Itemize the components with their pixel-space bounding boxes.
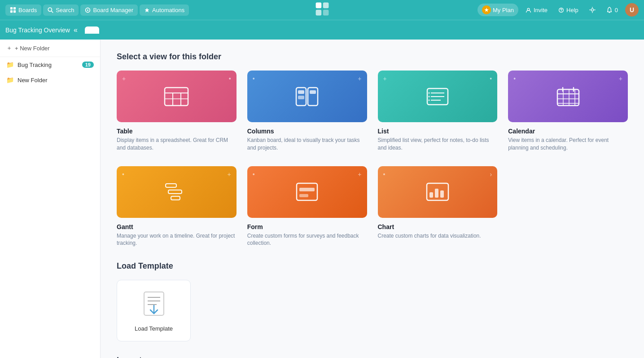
main-layout: ＋ + New Folder 📁 Bug Tracking 19 📁 New F… bbox=[0, 40, 644, 358]
svg-rect-9 bbox=[323, 3, 329, 9]
avatar[interactable]: U bbox=[625, 3, 639, 17]
help-icon bbox=[558, 7, 564, 13]
card-preview-form: • + bbox=[247, 166, 367, 218]
automations-icon bbox=[144, 7, 150, 13]
card-preview-chart: • › bbox=[378, 166, 498, 218]
svg-rect-49 bbox=[297, 183, 317, 200]
view-card-list[interactable]: + • List Simplified list view, perfect f… bbox=[378, 71, 498, 152]
template-card-label: Load Template bbox=[135, 325, 173, 332]
view-name-form: Form bbox=[247, 223, 367, 230]
svg-point-12 bbox=[527, 8, 530, 10]
view-name-list: List bbox=[378, 128, 498, 135]
card-preview-list: + • bbox=[378, 71, 498, 122]
calendar-icon bbox=[556, 87, 580, 106]
folder-icon: 📁 bbox=[6, 61, 14, 68]
svg-rect-53 bbox=[429, 192, 433, 198]
view-desc-chart: Create custom charts for data visualizat… bbox=[378, 232, 498, 240]
active-tab[interactable] bbox=[85, 27, 99, 34]
svg-rect-50 bbox=[299, 188, 315, 191]
app-logo bbox=[314, 1, 330, 19]
svg-rect-28 bbox=[298, 96, 304, 99]
svg-point-34 bbox=[428, 92, 429, 93]
collapse-sidebar-button[interactable]: « bbox=[70, 24, 81, 36]
views-grid-row2: • + Gantt Manage your work on a timeline… bbox=[117, 166, 628, 248]
help-button[interactable]: Help bbox=[555, 4, 582, 16]
view-desc-calendar: View items in a calendar. Perfect for ev… bbox=[508, 137, 628, 152]
svg-point-35 bbox=[428, 96, 429, 97]
svg-rect-0 bbox=[10, 7, 13, 9]
boards-icon bbox=[10, 7, 16, 13]
view-name-table: Table bbox=[117, 128, 237, 135]
card-preview-calendar: • + bbox=[508, 71, 628, 122]
search-button[interactable]: Search bbox=[43, 4, 79, 16]
load-template-card[interactable]: Load Template bbox=[117, 280, 191, 341]
view-card-calendar[interactable]: • + Calendar View items in bbox=[508, 71, 628, 152]
view-desc-list: Simplified list view, perfect for notes,… bbox=[378, 137, 498, 152]
view-card-table[interactable]: + • Table Display items in a spreadsheet… bbox=[117, 71, 237, 152]
theme-icon bbox=[589, 7, 596, 13]
nav-right: ★ My Plan Invite Help bbox=[478, 3, 639, 17]
boards-button[interactable]: Boards bbox=[5, 4, 41, 16]
new-folder-icon: ＋ bbox=[6, 44, 12, 52]
svg-rect-1 bbox=[13, 7, 16, 9]
load-template-icon bbox=[140, 289, 168, 320]
theme-button[interactable] bbox=[586, 4, 599, 15]
sidebar-item-new-folder[interactable]: 📁 New Folder bbox=[0, 72, 100, 88]
svg-point-36 bbox=[428, 99, 429, 101]
plan-icon: ★ bbox=[482, 5, 491, 14]
svg-rect-54 bbox=[435, 189, 438, 198]
card-preview-gantt: • + bbox=[117, 166, 237, 218]
board-manager-button[interactable]: Board Manager bbox=[80, 4, 138, 16]
notifications-button[interactable]: 0 bbox=[603, 4, 622, 16]
view-card-gantt[interactable]: • + Gantt Manage your work on a timeline… bbox=[117, 166, 237, 248]
folder-icon-2: 📁 bbox=[6, 76, 14, 84]
view-name-columns: Columns bbox=[247, 128, 367, 135]
chart-icon bbox=[426, 182, 449, 201]
sidebar-item-label-2: New Folder bbox=[18, 77, 94, 84]
sub-header: Bug Tracking Overview « bbox=[0, 20, 644, 40]
invite-button[interactable]: Invite bbox=[522, 4, 551, 16]
new-folder-button[interactable]: ＋ + New Folder bbox=[0, 40, 100, 57]
card-preview-columns: • + bbox=[247, 71, 367, 122]
view-desc-gantt: Manage your work on a timeline. Great fo… bbox=[117, 232, 237, 248]
svg-line-5 bbox=[52, 11, 53, 12]
view-name-gantt: Gantt bbox=[117, 223, 237, 230]
table-icon bbox=[164, 87, 189, 106]
svg-point-7 bbox=[87, 9, 88, 10]
view-desc-form: Create custom forms for surveys and feed… bbox=[247, 232, 367, 248]
automations-button[interactable]: Automations bbox=[140, 4, 189, 16]
sidebar-item-label: Bug Tracking bbox=[18, 62, 79, 68]
view-name-calendar: Calendar bbox=[508, 128, 628, 135]
svg-rect-20 bbox=[165, 88, 188, 106]
svg-rect-55 bbox=[440, 190, 444, 198]
nav-left: Boards Search Board Manager Automations bbox=[5, 4, 189, 16]
svg-point-14 bbox=[561, 11, 561, 11]
svg-rect-8 bbox=[315, 3, 321, 9]
notification-icon bbox=[606, 7, 613, 13]
view-desc-table: Display items in a spreadsheet. Great fo… bbox=[117, 137, 237, 152]
svg-rect-48 bbox=[171, 196, 180, 200]
main-content: Select a view for this folder + • Table bbox=[101, 40, 644, 358]
svg-point-15 bbox=[591, 9, 593, 11]
svg-rect-29 bbox=[310, 90, 316, 94]
svg-rect-2 bbox=[10, 10, 13, 13]
load-template-title: Load Template bbox=[117, 261, 628, 271]
import-title: Import bbox=[117, 356, 628, 358]
svg-rect-46 bbox=[166, 184, 176, 187]
gantt-icon bbox=[165, 183, 188, 201]
sidebar: ＋ + New Folder 📁 Bug Tracking 19 📁 New F… bbox=[0, 40, 101, 358]
my-plan-button[interactable]: ★ My Plan bbox=[478, 4, 518, 16]
sidebar-badge: 19 bbox=[82, 62, 94, 68]
view-card-form[interactable]: • + Form Create custom forms for surveys… bbox=[247, 166, 367, 248]
select-view-title: Select a view for this folder bbox=[117, 52, 628, 62]
template-grid: Load Template bbox=[117, 280, 628, 341]
svg-rect-10 bbox=[315, 10, 321, 16]
svg-rect-51 bbox=[299, 194, 308, 197]
sidebar-item-bug-tracking[interactable]: 📁 Bug Tracking 19 bbox=[0, 57, 100, 72]
view-card-chart[interactable]: • › Chart Create custom charts for data … bbox=[378, 166, 498, 248]
form-icon bbox=[296, 182, 318, 201]
list-icon bbox=[426, 88, 449, 106]
svg-rect-3 bbox=[13, 10, 16, 13]
search-icon bbox=[48, 7, 53, 13]
view-card-columns[interactable]: • + Columns Kanban board, ideal to visua… bbox=[247, 71, 367, 152]
